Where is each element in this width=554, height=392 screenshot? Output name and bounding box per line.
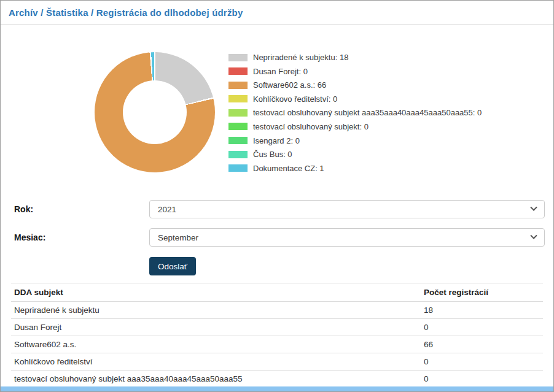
table-row: testovací obsluhovaný subjekt aaa35aaa40… — [11, 371, 543, 388]
legend-swatch — [228, 54, 248, 61]
legend-swatch — [228, 123, 248, 130]
registrations-table-wrap: DDA subjekt Počet registrácií Nepriraden… — [11, 283, 543, 388]
legend-item: Dusan Forejt: 0 — [228, 67, 482, 75]
donut-chart — [95, 52, 215, 172]
legend-label: Nepriradené k subjektu: 18 — [253, 53, 348, 62]
cell-subject: Dusan Forejt — [11, 319, 421, 336]
year-select-value: 2021 — [158, 205, 176, 214]
app-window: Archív / Štatistika / Registrácia do dlh… — [0, 0, 554, 392]
legend-swatch — [228, 95, 248, 102]
breadcrumb: Archív / Štatistika / Registrácia do dlh… — [9, 7, 243, 18]
month-label: Mesiac: — [14, 233, 149, 242]
column-header-count: Počet registrácií — [421, 283, 543, 302]
legend-swatch — [228, 82, 248, 89]
cell-count: 18 — [421, 302, 543, 319]
legend-item: testovací obsluhovaný subjekt aaa35aaa40… — [228, 109, 482, 117]
cell-subject: Software602 a.s. — [11, 336, 421, 353]
month-row: Mesiac: September — [1, 228, 553, 247]
table-header-row: DDA subjekt Počet registrácií — [11, 283, 543, 302]
legend-item: Kohlíčkovo ředitelství: 0 — [228, 95, 482, 103]
legend-swatch — [228, 67, 248, 75]
legend-label: Dusan Forejt: 0 — [253, 67, 308, 76]
cell-count: 0 — [421, 319, 543, 336]
chevron-down-icon — [530, 233, 537, 239]
legend-label: Kohlíčkovo ředitelství: 0 — [253, 94, 337, 104]
chart-section: Nepriradené k subjektu: 18 Dusan Forejt:… — [1, 52, 553, 178]
legend-item: testovací obsluhovaný subjekt: 0 — [228, 123, 482, 131]
table-row: Kohlíčkovo ředitelství 0 — [11, 353, 543, 371]
legend-swatch — [228, 109, 248, 117]
month-select-value: September — [158, 233, 198, 242]
legend-label: testovací obsluhovaný subjekt aaa35aaa40… — [253, 108, 482, 117]
breadcrumb-bar: Archív / Štatistika / Registrácia do dlh… — [1, 1, 553, 25]
filter-form: Rok: 2021 Mesiac: September Odoslať — [1, 200, 553, 275]
table-row: Dusan Forejt 0 — [11, 319, 543, 336]
cell-subject: Nepriradené k subjektu — [11, 302, 421, 319]
chevron-down-icon — [530, 204, 537, 211]
legend-label: Software602 a.s.: 66 — [253, 80, 326, 90]
cell-subject: testovací obsluhovaný subjekt aaa35aaa40… — [11, 371, 421, 388]
horizontal-scrollbar[interactable] — [1, 386, 553, 391]
cell-subject: Kohlíčkovo ředitelství — [11, 353, 421, 371]
cell-count: 0 — [421, 353, 543, 371]
year-row: Rok: 2021 — [1, 200, 553, 218]
cell-count: 0 — [421, 371, 543, 388]
table-row: Nepriradené k subjektu 18 — [11, 302, 543, 319]
table-row: Software602 a.s. 66 — [11, 336, 543, 353]
legend-swatch — [228, 137, 248, 144]
legend-item: Nepriradené k subjektu: 18 — [228, 53, 482, 61]
year-select[interactable]: 2021 — [149, 200, 545, 218]
legend-label: Isengard 2: 0 — [253, 136, 300, 145]
submit-button[interactable]: Odoslať — [149, 257, 196, 275]
legend-swatch — [228, 151, 248, 158]
legend-item: Čus Bus: 0 — [228, 150, 482, 158]
chart-legend: Nepriradené k subjektu: 18 Dusan Forejt:… — [228, 53, 482, 178]
year-label: Rok: — [14, 204, 149, 214]
legend-label: Čus Bus: 0 — [253, 150, 292, 159]
month-select[interactable]: September — [149, 228, 545, 247]
legend-swatch — [228, 164, 248, 172]
legend-label: testovací obsluhovaný subjekt: 0 — [253, 122, 369, 131]
legend-label: Dokumentace CZ: 1 — [253, 164, 324, 173]
registrations-table: DDA subjekt Počet registrácií Nepriraden… — [11, 283, 543, 388]
legend-item: Dokumentace CZ: 1 — [228, 164, 482, 172]
legend-item: Software602 a.s.: 66 — [228, 81, 482, 89]
cell-count: 66 — [421, 336, 543, 353]
legend-item: Isengard 2: 0 — [228, 137, 482, 145]
column-header-subject: DDA subjekt — [11, 283, 421, 302]
